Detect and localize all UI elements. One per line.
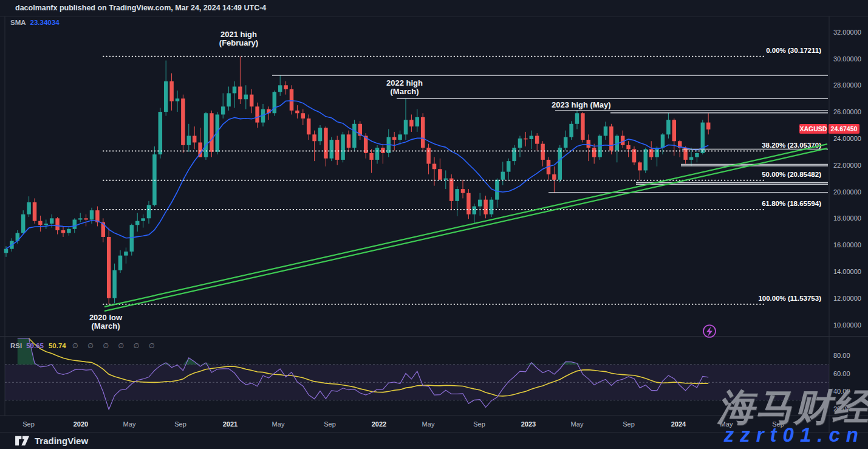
candle-body [706, 123, 711, 130]
tradingview-snapshot: 0.00% (30.17211)38.20% (23.05370)50.00% … [0, 0, 868, 449]
price-axis-label: 28.00000 [833, 81, 861, 89]
candle-body [369, 153, 374, 160]
candle-body [187, 136, 191, 145]
symbol-chip-label: XAGUSD [800, 125, 827, 132]
candle-body [455, 189, 459, 201]
candle-body [250, 95, 254, 107]
candle-body [4, 249, 9, 253]
candle-body [564, 137, 568, 148]
candle-body [221, 106, 225, 114]
candle-body [575, 113, 579, 124]
candle-body [644, 149, 648, 170]
candle-body [530, 136, 534, 139]
price-axis-label: 10.00000 [833, 321, 861, 329]
time-axis-label: May [272, 420, 285, 428]
lightning-icon [706, 327, 713, 337]
time-scale[interactable]: Sep2020MaySep2021MaySep2022MaySep2023May… [22, 420, 784, 428]
candle-body [621, 136, 624, 145]
price-axis-label: 18.00000 [833, 214, 861, 222]
candle-body [347, 134, 351, 148]
boost-lightning-button[interactable] [703, 325, 716, 337]
chart-annotation: 2020 low(March) [89, 313, 123, 331]
candle-body [295, 111, 299, 113]
chart-annotation: 2023 high (May) [552, 100, 611, 109]
trend-channel[interactable] [104, 144, 827, 311]
rsi-axis-label: 80.00 [833, 352, 850, 359]
price-axis-label: 32.00000 [833, 29, 861, 36]
candle-body [609, 126, 613, 150]
price-axis-label: 20.00000 [833, 188, 861, 196]
candle-body [375, 148, 380, 160]
published-line: dacolmanfx published on TradingView.com,… [15, 4, 266, 12]
sma-path [6, 101, 708, 249]
candle-body [152, 154, 157, 205]
candle-body [421, 117, 425, 148]
fib-level-label: 100.00% (11.53753) [758, 295, 821, 302]
candle-body [524, 139, 528, 140]
candle-body [124, 252, 128, 256]
rsi-axis-label: 60.00 [833, 370, 850, 377]
candle-body [244, 95, 248, 100]
tradingview-logo-link[interactable]: TradingView [15, 436, 88, 446]
fib-level-label: 0.00% (30.17211) [766, 47, 821, 54]
candle-body [415, 117, 420, 126]
rsi-legend-label: RSI [10, 342, 22, 349]
candle-body [84, 218, 88, 219]
candle-body [581, 113, 585, 140]
candle-body [33, 202, 37, 221]
candle-body [587, 140, 591, 148]
candle-body [535, 136, 539, 144]
watermark-url: zzrt01.cn [724, 423, 864, 447]
candle-body [569, 124, 573, 137]
rsi-legend[interactable]: RSI59.6550.74∅ ∅ ∅ ∅ ∅ ∅ [10, 341, 159, 350]
candle-body [381, 148, 385, 153]
fib-level-label: 50.00% (20.85482) [762, 171, 821, 178]
price-axis-label: 16.00000 [833, 241, 861, 248]
candle-body [204, 113, 208, 157]
header-bar: dacolmanfx published on TradingView.com,… [0, 0, 868, 16]
candle-body [518, 139, 522, 148]
sma-line [6, 101, 708, 249]
candle-body [50, 218, 54, 224]
time-axis-label: Sep [623, 420, 635, 428]
candle-body [284, 85, 288, 89]
time-axis-label: May [123, 420, 136, 428]
time-axis-label: May [571, 420, 584, 428]
candle-body [141, 218, 145, 221]
time-axis-label: 2022 [372, 420, 386, 428]
sma-legend[interactable]: SMA23.34034 [10, 19, 60, 26]
candle-body [398, 134, 402, 140]
last-price-badge: XAGUSD24.67450 [799, 124, 859, 134]
fib-retracement[interactable]: 0.00% (30.17211)38.20% (23.05370)50.00% … [103, 47, 821, 304]
sma-legend-value: 23.34034 [30, 19, 60, 26]
time-axis-label: Sep [22, 420, 35, 428]
trendline [104, 144, 827, 307]
price-axis-label: 24.00000 [833, 135, 861, 142]
candle-body [512, 148, 516, 161]
price-axis-label: 22.00000 [833, 162, 861, 169]
candle-body [107, 237, 111, 298]
candle-body [307, 118, 311, 134]
time-axis-label: 2024 [671, 420, 686, 428]
rsi-ma-legend-value: 50.74 [49, 342, 66, 349]
time-axis-label: May [422, 420, 435, 428]
chart-annotation: 2021 high(February) [219, 30, 258, 47]
candle-body [473, 207, 477, 214]
candle-body [392, 137, 397, 140]
price-scale[interactable]: 32.0000030.0000028.0000026.0000024.00000… [833, 29, 861, 329]
candle-body [238, 86, 242, 99]
candle-body [55, 218, 60, 230]
candle-body [466, 193, 471, 214]
last-price-chip-value: 24.67450 [831, 125, 858, 132]
candle-body [176, 98, 180, 101]
candle-body [461, 189, 465, 193]
candle-body [147, 205, 151, 218]
candle-body [130, 225, 134, 252]
chart-annotation: 2022 high(March) [386, 78, 423, 96]
rsi-legend-value: 59.65 [26, 342, 44, 349]
candle-body [318, 128, 323, 141]
candle-body [541, 144, 545, 160]
candle-body [638, 162, 642, 170]
time-axis-label: 2020 [73, 420, 88, 428]
chart-canvas[interactable]: 0.00% (30.17211)38.20% (23.05370)50.00% … [0, 0, 868, 449]
